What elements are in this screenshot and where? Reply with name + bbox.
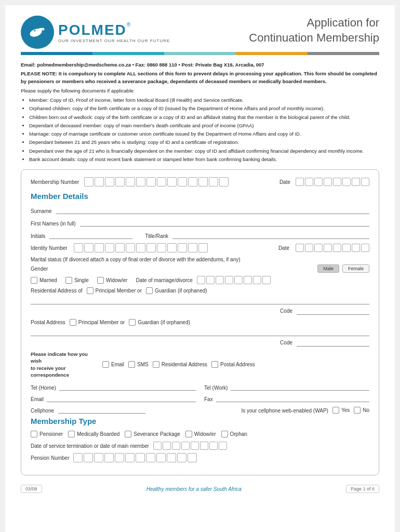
married-label: Married — [39, 277, 57, 283]
tel-row: Tel (Home) Tel (Work) — [31, 382, 369, 391]
postal-code-input[interactable] — [297, 338, 369, 347]
widower-label: Widow/er — [194, 431, 216, 437]
gender-label: Gender — [31, 266, 48, 272]
postal-address-label: Postal Address — [31, 320, 65, 325]
guardian-checkbox[interactable] — [146, 287, 153, 294]
email-checkbox[interactable] — [102, 361, 109, 368]
correspondence-row: Please indicate how you wishto receive y… — [31, 351, 369, 378]
widower-checkbox[interactable] — [185, 431, 192, 437]
membership-number-boxes[interactable] — [84, 177, 229, 187]
gender-female-button[interactable]: Female — [342, 264, 369, 273]
first-names-input[interactable] — [80, 218, 369, 227]
tel-home-label: Tel (Home) — [31, 385, 56, 391]
postal-guardian-option[interactable]: Guardian (if orphaned) — [129, 319, 190, 326]
sms-option[interactable]: SMS — [128, 361, 149, 368]
logo-circle — [21, 16, 54, 49]
residential-code-input[interactable] — [297, 307, 369, 315]
logo-area: POLMED ® OUR INVESTMENT OUR HEALTH OUR F… — [21, 16, 170, 49]
date-marriage-item: Date of marriage/divorce — [136, 276, 271, 284]
medically-boarded-checkbox[interactable] — [68, 431, 75, 437]
severance-package-checkbox[interactable] — [125, 431, 131, 437]
title-rank-label: Title/Rank — [145, 233, 168, 239]
married-option[interactable]: Married — [31, 277, 57, 284]
cellphone-input[interactable] — [58, 405, 145, 414]
logo-registered: ® — [127, 22, 130, 28]
date-service-label: Date of service termination or date of m… — [31, 443, 149, 449]
postal-address-label-row: Postal Address Principal Member or Guard… — [31, 319, 369, 326]
widow-checkbox[interactable] — [97, 277, 104, 284]
surname-label: Surname — [31, 208, 52, 214]
page-title: Application for Continuation Membership — [249, 16, 379, 45]
tel-home-col: Tel (Home) — [31, 382, 196, 391]
tel-home-input[interactable] — [59, 382, 196, 391]
wap-yes-option[interactable]: Yes — [332, 407, 350, 414]
postal-code-row: Code — [31, 338, 369, 347]
severance-package-option[interactable]: Severance Package — [125, 431, 180, 437]
bullet-list: Member: Copy of ID, Proof of income, let… — [21, 97, 379, 163]
principal-member-or-label: Principal Member or — [96, 288, 142, 294]
residential-address-line1[interactable] — [31, 296, 369, 304]
postal-address-line1[interactable] — [31, 328, 369, 336]
fax-input[interactable] — [216, 394, 369, 402]
page: POLMED ® OUR INVESTMENT OUR HEALTH OUR F… — [5, 5, 395, 532]
service-termination-row: Date of service termination or date of m… — [31, 442, 369, 450]
surname-row: Surname — [31, 206, 369, 214]
tel-work-input[interactable] — [231, 382, 369, 391]
postal-address-option[interactable]: Postal Address — [211, 361, 255, 368]
post-addr-checkbox[interactable] — [211, 361, 218, 368]
surname-input[interactable] — [56, 206, 369, 214]
res-addr-checkbox[interactable] — [153, 361, 159, 368]
date-marriage-boxes[interactable] — [197, 276, 271, 284]
widower-option[interactable]: Widow/er — [185, 431, 216, 437]
sms-option-label: SMS — [137, 362, 149, 367]
title-rank-input[interactable] — [172, 231, 369, 239]
single-option[interactable]: Single — [65, 277, 89, 284]
medically-boarded-label: Medically Boarded — [77, 431, 119, 437]
widow-option[interactable]: Widow/er — [97, 277, 128, 284]
medically-boarded-option[interactable]: Medically Boarded — [68, 431, 119, 437]
first-names-label: First Names (in full) — [31, 221, 76, 227]
footer-tagline: Healthy members for a safer South Africa — [146, 486, 242, 492]
wap-no-checkbox[interactable] — [354, 407, 361, 414]
wap-label: Is your cellphone web-enabled (WAP) — [241, 408, 328, 414]
service-date-boxes[interactable] — [153, 442, 227, 450]
email-input[interactable] — [47, 394, 196, 402]
title-area: Application for Continuation Membership — [249, 16, 379, 45]
residential-code-label: Code — [280, 308, 292, 314]
orphan-option[interactable]: Orphan — [221, 431, 247, 437]
pensioner-checkbox[interactable] — [31, 431, 37, 437]
residential-address-option[interactable]: Residential Address — [153, 361, 207, 368]
form-box: Membership Number Date Member Details Su… — [21, 169, 379, 475]
initials-input[interactable] — [49, 231, 132, 239]
pension-number-row: Pension Number — [31, 453, 369, 462]
date-boxes-identity[interactable] — [296, 244, 369, 252]
orphan-checkbox[interactable] — [221, 431, 228, 437]
please-note: PLEASE NOTE: It is compulsory to complet… — [21, 70, 379, 85]
pension-number-label: Pension Number — [31, 455, 69, 461]
principal-member-checkbox[interactable] — [87, 287, 94, 294]
version-box: 03/08 — [21, 485, 42, 493]
postal-guardian-checkbox[interactable] — [129, 319, 136, 326]
date-marriage-label: Date of marriage/divorce — [136, 277, 193, 283]
sms-checkbox[interactable] — [128, 361, 135, 368]
principal-member-option[interactable]: Principal Member or — [87, 287, 142, 294]
info-section: Email: polmedmembership@medscheme.co.za … — [21, 61, 379, 163]
postal-principal-checkbox[interactable] — [70, 319, 76, 326]
married-checkbox[interactable] — [31, 277, 37, 284]
single-checkbox[interactable] — [65, 277, 72, 284]
logo-polmed-text: POLMED — [58, 22, 127, 38]
gender-male-button[interactable]: Male — [317, 264, 339, 273]
wap-yes-checkbox[interactable] — [332, 407, 339, 414]
email-option[interactable]: Email — [102, 361, 124, 368]
logo-icon — [24, 19, 50, 45]
guardian-option[interactable]: Guardian (if orphaned) — [146, 287, 207, 294]
wap-no-option[interactable]: No — [354, 407, 369, 414]
cellphone-wap-row: Cellphone Is your cellphone web-enabled … — [31, 405, 369, 414]
postal-principal-option[interactable]: Principal Member or — [70, 319, 125, 326]
identity-boxes[interactable] — [74, 243, 208, 252]
date-boxes-top[interactable] — [296, 178, 369, 186]
pension-number-boxes[interactable] — [73, 453, 197, 462]
membership-number-label: Membership Number — [31, 179, 79, 185]
pensioner-option[interactable]: Pensioner — [31, 431, 63, 437]
initials-row: Initials Title/Rank — [31, 231, 369, 239]
